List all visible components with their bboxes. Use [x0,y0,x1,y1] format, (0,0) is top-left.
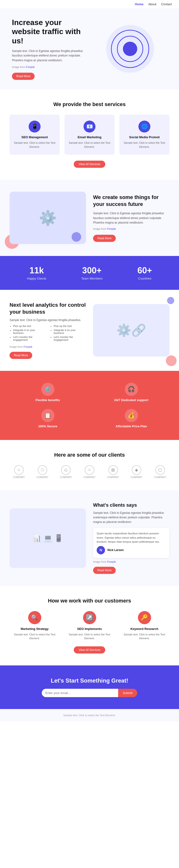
tablet-icon: 📱 [54,534,63,542]
keyword-research-title: Keyword Research [119,627,170,631]
hero-text-block: Increase your website traffic with us! S… [12,18,91,80]
secure-icon: 📋 [41,409,54,422]
create-credit-link[interactable]: Freepik [107,227,116,230]
email-icon: 📧 [83,121,96,132]
create-text-block: We create some things for your success f… [93,194,170,242]
keyword-research-description: Sample text. Click to select the Text El… [119,632,170,641]
logo-label-5: COMPANY [107,476,119,478]
social-icon: 🌐 [138,121,150,132]
target-graphic [106,25,154,73]
bullet-right-3: Let's monitor the engagement [54,336,86,341]
testimonial-read-more-button[interactable]: Read More [93,567,116,574]
reviewer-block: N Nick Larsen [97,546,166,554]
hero-credit-link[interactable]: Freepik [26,66,35,68]
bullet-left-1: Pick up the tool [13,324,45,328]
seo-title: SEO Management [13,135,56,139]
client-logo-3: ◇ COMPANY [60,465,72,478]
reviewer-name: Nick Larsen [107,549,124,552]
seo-icon: 📱 [29,121,41,132]
features-grid: ⚙️ Flexible benefits 🎧 24/7 Dedicated su… [9,383,170,428]
logo-label-2: COMPANY [36,476,48,478]
footer-text: Sample text. Click to select the Text El… [9,714,170,717]
testimonial-section: 📊 💻 📱 What's clients says Sample text. C… [0,491,179,586]
logo-circle-3: ◇ [61,465,71,475]
create-section: ⚙️ We create some things for your succes… [0,180,179,256]
logo-circle-6: ◈ [132,465,141,475]
analytics-read-more-button[interactable]: Read More [9,352,32,359]
testimonial-image-area: 📊 💻 📱 [9,508,86,568]
cta-email-input[interactable] [42,689,118,697]
cta-form: Submit [42,689,137,697]
services-section: We provide the best services 📱 SEO Manag… [0,89,179,180]
hero-description: Sample text. Click to Egestas egestas fr… [12,49,91,63]
marketing-strategy-title: Marketing Strategy [9,627,60,631]
logo-label-3: COMPANY [60,476,72,478]
stat-team: 300+ Team Members [81,266,103,280]
feature-price: 💰 Affordable Price Plan [93,409,170,428]
testimonial-heading: What's clients says [93,502,170,508]
client-logo-6: ◈ COMPANY [131,465,143,478]
seo-implements-icon: ↗️ [83,611,96,624]
analytics-credit-link[interactable]: Freepik [24,345,32,348]
pie-chart-icon: 📊 [33,534,42,542]
stats-section: 11k Happy Clients 300+ Team Members 60+ … [0,256,179,290]
email-description: Sample text. Click to select the Text El… [68,141,111,149]
nav-contact[interactable]: Contact [161,2,172,6]
testimonial-credit-link[interactable]: Freepik [107,560,116,563]
bullet-left-2: Integrate it on your business [13,329,45,334]
feature-flexible: ⚙️ Flexible benefits [9,383,86,402]
create-visual: ⚙️ [9,192,86,244]
nav-about[interactable]: About [148,2,156,6]
reviewer-avatar: N [97,546,105,554]
analytics-bullets: Pick up the tool Integrate it on your bu… [9,324,86,342]
service-cards-container: 📱 SEO Management Sample text. Click to s… [9,115,170,155]
marketing-strategy-icon: 🔍 [28,611,41,624]
testimonial-text-block: What's clients says Sample text. Click t… [93,502,170,574]
price-icon: 💰 [125,409,138,422]
logo-label-7: COMPANY [154,476,166,478]
analytics-section: Next level analytics for control your bu… [0,290,179,371]
stat-clients-label: Happy Clients [27,277,46,280]
flexible-icon: ⚙️ [41,383,54,396]
stat-countries-value: 60+ [137,266,152,276]
hero-image-area [91,25,170,73]
create-description: Sample text. Click to Egestas egestas fr… [93,211,170,225]
cta-section: Let's Start Something Great! Submit [0,665,179,709]
analytics-image-area: ⚙️🔗 [93,304,170,356]
logo-circle-5: ⊞ [108,465,118,475]
target-ring-outer [111,30,149,68]
stat-clients: 11k Happy Clients [27,266,46,280]
how-card-seo: ↗️ SEO Implements Sample text. Click to … [65,611,114,641]
email-title: Email Marketing [68,135,111,139]
client-logo-7: ⬡ COMPANY [154,465,166,478]
analytics-bullets-left: Pick up the tool Integrate it on your bu… [9,324,45,342]
secure-label: 100% Secure [9,425,86,428]
clients-section: Here are some of our clients ○ COMPANY □… [0,440,179,491]
services-heading: We provide the best services [9,101,170,107]
hero-section: Increase your website traffic with us! S… [0,8,179,89]
logo-label-1: COMPANY [13,476,25,478]
nav-home[interactable]: Home [135,2,144,6]
logo-circle-1: ○ [14,465,24,475]
feature-secure: 📋 100% Secure [9,409,86,428]
how-cards-container: 🔍 Marketing Strategy Sample text. Click … [9,611,170,641]
support-icon: 🎧 [125,383,138,396]
cta-submit-button[interactable]: Submit [118,689,137,697]
flexible-label: Flexible benefits [9,398,86,402]
stat-countries: 60+ Countries [137,266,152,280]
hero-read-more-button[interactable]: Read More [12,73,34,80]
service-card-seo: 📱 SEO Management Sample text. Click to s… [9,115,60,155]
marketing-strategy-description: Sample text. Click to select the Text El… [9,632,60,641]
feature-support: 🎧 24/7 Dedicated support [93,383,170,402]
seo-implements-title: SEO Implements [65,627,114,631]
how-work-section: How we work with our customers 🔍 Marketi… [0,586,179,665]
create-read-more-button[interactable]: Read More [93,235,116,242]
support-label: 24/7 Dedicated support [93,398,170,402]
logo-label-6: COMPANY [131,476,143,478]
view-all-services-button[interactable]: View All Services [74,161,105,168]
how-view-all-button[interactable]: View All Services [74,646,105,653]
price-label: Affordable Price Plan [93,425,170,428]
analytics-visual: ⚙️🔗 [93,304,170,356]
create-heading: We create some things for your success f… [93,194,170,208]
client-logo-5: ⊞ COMPANY [107,465,119,478]
